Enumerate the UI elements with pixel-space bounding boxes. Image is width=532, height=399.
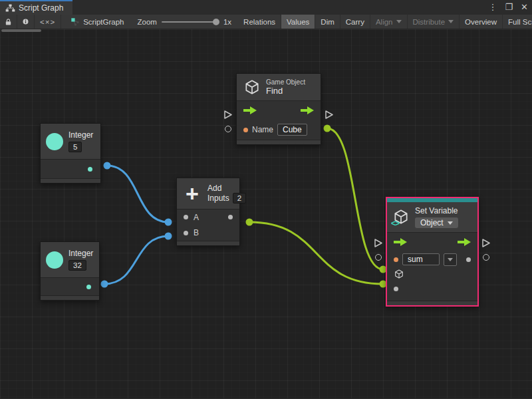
toggle-values[interactable]: Values [281, 15, 315, 29]
value-outer-circle-port[interactable] [483, 254, 489, 261]
tab-script-graph[interactable]: Script Graph [0, 0, 72, 15]
node-integer-5-header[interactable]: Integer 5 [41, 124, 100, 160]
lock-button[interactable] [0, 15, 17, 29]
graph-canvas[interactable]: Integer 5 Integer 32 [0, 29, 532, 398]
input-port-b[interactable] [184, 231, 188, 235]
dropdown-caret-icon [448, 258, 453, 261]
integer-value-field[interactable]: 32 [68, 260, 86, 271]
info-button[interactable] [17, 15, 35, 29]
dropdown-caret-icon [396, 20, 402, 23]
graph-hierarchy-icon [5, 3, 15, 13]
distribute-label: Distribute [413, 18, 446, 26]
port-a-label: A [194, 213, 199, 222]
wire-integer2-to-add-b[interactable] [104, 236, 168, 284]
node-footer [387, 301, 477, 305]
flow-in-outer-triangle[interactable] [374, 239, 382, 247]
wire-integer1-to-add-a[interactable] [107, 166, 168, 222]
window-menu-icon[interactable]: ⋮ [488, 0, 497, 15]
align-label: Align [376, 18, 393, 26]
wire-find-to-setvariable-object-start-dot[interactable] [324, 125, 331, 132]
name-outer-circle-port[interactable] [225, 126, 231, 132]
integer-output-row [41, 278, 99, 295]
zoom-value: 1x [223, 18, 231, 26]
value-input-port[interactable] [394, 287, 398, 291]
wire-integer1-to-add-a-end-dot[interactable] [165, 219, 172, 226]
toggle-dim[interactable]: Dim [315, 15, 340, 29]
wire-integer2-to-add-b-end-dot[interactable] [165, 233, 172, 240]
flow-in-arrow-icon[interactable] [394, 238, 407, 246]
node-gameobject-find[interactable]: Game Object Find Name Cube [236, 73, 321, 145]
lock-icon [5, 18, 11, 26]
node-add[interactable]: + Add Inputs 2 A B [176, 178, 240, 246]
zoom-slider[interactable] [162, 21, 219, 23]
full-screen-button[interactable]: Full Screen [503, 15, 532, 29]
setvar-object-row [387, 267, 477, 281]
inputs-count-field[interactable]: 2 [233, 193, 246, 203]
toggle-relations[interactable]: Relations [238, 15, 281, 29]
window-close-icon[interactable]: ✕ [521, 0, 528, 15]
name-outer-circle-port[interactable] [375, 254, 382, 261]
dropdown-caret-icon [448, 221, 453, 225]
zoom-control: Zoom 1x [131, 15, 239, 29]
input-port-a[interactable] [184, 215, 188, 219]
script-graph-window: Script Graph ⋮ ❐ ✕ <×> [0, 0, 532, 399]
wire-add-to-setvariable-value-start-dot[interactable] [246, 219, 253, 226]
value-output-port[interactable] [86, 285, 91, 289]
node-category: Game Object [266, 78, 305, 86]
overview-button[interactable]: Overview [460, 15, 503, 29]
window-controls: ⋮ ❐ ✕ [488, 0, 528, 15]
distribute-dropdown[interactable]: Distribute [408, 15, 460, 29]
game-object-cube-icon [243, 78, 261, 96]
flow-out-outer-triangle[interactable] [482, 239, 490, 247]
node-add-header[interactable]: + Add Inputs 2 [177, 178, 239, 209]
name-value-field[interactable]: Cube [277, 124, 307, 136]
wire-find-to-setvariable-object[interactable] [327, 128, 383, 269]
node-integer-32-header[interactable]: Integer 32 [41, 242, 99, 278]
node-integer-5[interactable]: Integer 5 [40, 123, 101, 184]
variable-name-field[interactable]: sum [402, 253, 440, 265]
graph-name: ScriptGraph [83, 18, 124, 26]
flow-out-outer-triangle[interactable] [325, 110, 333, 119]
name-input-port[interactable] [243, 128, 248, 132]
gameobject-input-port-icon[interactable] [394, 269, 404, 279]
edit-code-button[interactable]: <×> [35, 15, 61, 29]
wire-integer2-to-add-b-start-dot[interactable] [101, 281, 108, 288]
node-find-header[interactable]: Game Object Find [237, 74, 321, 101]
flow-in-arrow-icon[interactable] [243, 106, 257, 114]
value-output-port[interactable] [88, 167, 92, 172]
node-set-variable-header[interactable]: <> Set Variable Object [387, 202, 477, 233]
toggle-carry[interactable]: Carry [340, 15, 370, 29]
node-set-variable[interactable]: <> Set Variable Object sum [386, 197, 479, 307]
flow-out-arrow-icon[interactable] [458, 238, 471, 246]
node-footer [177, 241, 239, 245]
info-icon [23, 17, 29, 26]
integer-literal-icon [46, 133, 63, 150]
add-port-row-b: B [177, 225, 239, 241]
variable-scope-dropdown[interactable]: Object [415, 217, 458, 228]
toolbar-toggles: Relations Values Dim Carry Align Distrib… [238, 15, 532, 29]
node-footer [41, 178, 100, 183]
wire-integer1-to-add-a-start-dot[interactable] [104, 162, 111, 170]
add-plus-icon: + [182, 185, 202, 202]
node-title: Integer [68, 249, 93, 258]
sum-output-port[interactable] [228, 215, 233, 219]
zoom-slider-handle[interactable] [213, 19, 219, 25]
node-title: Set Variable [415, 206, 458, 215]
window-maximize-icon[interactable]: ❐ [505, 0, 513, 15]
wire-add-to-setvariable-value[interactable] [249, 222, 383, 284]
code-brackets-icon: <×> [40, 18, 55, 26]
graph-toolbar: <×> ScriptGraph Zoom 1x Relations Values… [0, 15, 532, 29]
scroll-indicator[interactable] [1, 29, 41, 32]
integer-literal-icon [46, 251, 63, 269]
variable-name-input-port[interactable] [394, 257, 398, 262]
flow-out-arrow-icon[interactable] [301, 106, 314, 114]
integer-value-field[interactable]: 5 [68, 142, 82, 152]
value-output-port[interactable] [466, 257, 471, 262]
node-integer-32[interactable]: Integer 32 [40, 241, 100, 301]
flow-in-outer-triangle[interactable] [224, 110, 232, 119]
variable-name-dropdown-button[interactable] [444, 253, 457, 266]
align-dropdown[interactable]: Align [370, 15, 408, 29]
tab-bar: Script Graph ⋮ ❐ ✕ [0, 0, 532, 15]
inputs-label: Inputs [207, 194, 229, 203]
graph-breadcrumb[interactable]: ScriptGraph [61, 15, 130, 29]
